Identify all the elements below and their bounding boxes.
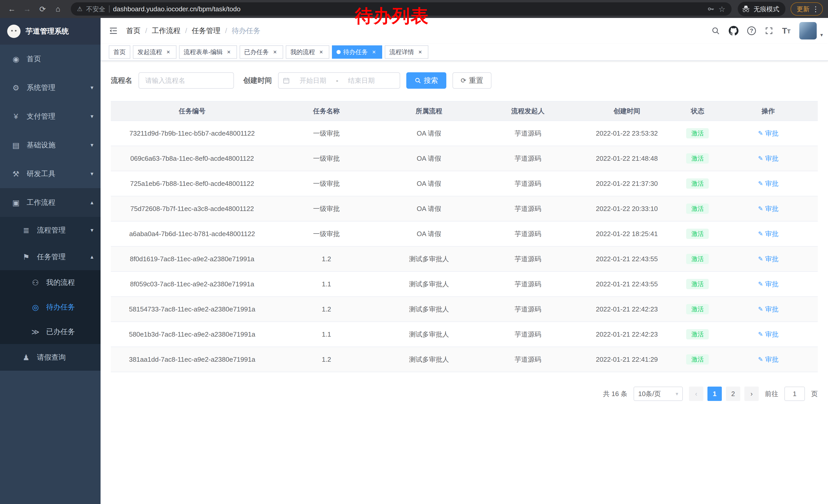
approve-link[interactable]: ✎审批	[758, 255, 779, 264]
fullscreen-icon[interactable]	[764, 27, 773, 35]
navbar-tools: ? TT ▾	[711, 22, 828, 40]
initiator-cell: 芋道源码	[479, 272, 577, 296]
created-cell: 2022-01-22 21:48:48	[577, 146, 676, 171]
next-page-button[interactable]: ›	[744, 386, 759, 401]
process-cell: 测试多审批人	[379, 246, 479, 272]
task-id-cell: 58154733-7ac8-11ec-a9e2-a2380e71991a	[111, 296, 274, 322]
process-name-input[interactable]	[138, 72, 234, 89]
key-icon[interactable]	[707, 5, 715, 13]
font-size-icon[interactable]: TT	[782, 27, 791, 35]
task-id-cell: a6aba0a4-7b6d-11ec-b781-acde48001122	[111, 221, 274, 246]
range-separator: -	[336, 77, 338, 85]
approve-link[interactable]: ✎审批	[758, 229, 779, 238]
process-cell: 测试多审批人	[379, 347, 479, 372]
sidebar-collapse-icon[interactable]	[100, 18, 126, 44]
url-text[interactable]: dashboard.yudao.iocoder.cn/bpm/task/todo	[113, 5, 241, 13]
close-icon[interactable]: ×	[165, 48, 172, 56]
sidebar-item-leave-query[interactable]: ♟ 请假查询	[0, 344, 100, 371]
font-size-small-glyph: T	[787, 28, 791, 35]
calendar-icon	[283, 77, 290, 84]
close-icon[interactable]: ×	[318, 48, 325, 56]
prev-page-button[interactable]: ‹	[689, 386, 703, 401]
task-id-cell: 73211d9d-7b9b-11ec-b5b7-acde48001122	[111, 121, 274, 146]
page-size-select[interactable]: 10条/页 ▾	[633, 386, 683, 401]
approve-link[interactable]: ✎审批	[758, 305, 779, 314]
breadcrumb-item[interactable]: 工作流程	[152, 26, 180, 36]
help-icon[interactable]: ?	[747, 27, 756, 35]
update-label: 更新	[797, 5, 810, 13]
sidebar-item-infrastructure[interactable]: ▤ 基础设施 ▾	[0, 131, 100, 159]
user-avatar[interactable]	[799, 22, 817, 40]
task-flag-icon: ⚑	[20, 253, 32, 262]
date-range-picker[interactable]: -	[278, 72, 400, 89]
top-navbar: 首页 / 工作流程 / 任务管理 / 待办任务 ?	[100, 18, 828, 44]
sidebar-item-task-management[interactable]: ⚑ 任务管理 ▴	[0, 243, 100, 270]
breadcrumb-item[interactable]: 任务管理	[192, 26, 220, 36]
update-button[interactable]: 更新 ⋮	[791, 2, 823, 16]
approve-link[interactable]: ✎审批	[758, 179, 779, 188]
security-warning-icon[interactable]: ⚠	[77, 5, 83, 12]
page-1-button[interactable]: 1	[707, 386, 722, 401]
tab-process-detail[interactable]: 流程详情 ×	[385, 45, 428, 59]
menu-dots-icon[interactable]: ⋮	[812, 5, 819, 13]
sidebar-item-home[interactable]: ◉ 首页	[0, 45, 100, 73]
close-icon[interactable]: ×	[225, 48, 233, 56]
end-date-input[interactable]	[340, 77, 383, 85]
home-icon[interactable]: ⌂	[51, 2, 65, 16]
back-icon[interactable]: ←	[5, 2, 18, 16]
security-label[interactable]: 不安全	[86, 5, 106, 13]
search-icon	[415, 77, 421, 84]
goto-page-input[interactable]	[784, 386, 805, 401]
tab-todo-tasks[interactable]: 待办任务 ×	[332, 45, 382, 59]
github-icon[interactable]	[729, 26, 739, 36]
table-row: 73211d9d-7b9b-11ec-b5b7-acde48001122 一级审…	[111, 121, 818, 146]
reload-icon[interactable]: ⟳	[36, 2, 49, 16]
tab-done-tasks[interactable]: 已办任务 ×	[240, 45, 283, 59]
reset-button[interactable]: ⟳ 重置	[452, 72, 492, 89]
close-icon[interactable]: ×	[417, 48, 424, 56]
sidebar-item-payment[interactable]: ¥ 支付管理 ▾	[0, 102, 100, 131]
sidebar-item-done-tasks[interactable]: ≫ 已办任务	[0, 319, 100, 344]
breadcrumb-separator: /	[185, 27, 187, 35]
logo-avatar	[7, 25, 20, 38]
search-button-label: 搜索	[424, 76, 438, 85]
sidebar-item-todo-tasks[interactable]: ◎ 待办任务	[0, 295, 100, 319]
col-header-task-name: 任务名称	[274, 101, 379, 121]
task-table: 任务编号 任务名称 所属流程 流程发起人 创建时间 状态 操作 73211d9d…	[111, 101, 818, 372]
approve-label: 审批	[765, 229, 779, 238]
close-icon[interactable]: ×	[370, 48, 378, 56]
tab-process-form-edit[interactable]: 流程表单-编辑 ×	[179, 45, 237, 59]
bookmark-star-icon[interactable]: ☆	[718, 5, 726, 13]
tab-my-process[interactable]: 我的流程 ×	[286, 45, 329, 59]
table-row: 725a1eb6-7b88-11ec-8ef0-acde48001122 一级审…	[111, 171, 818, 196]
col-header-process: 所属流程	[379, 101, 479, 121]
sidebar-item-system[interactable]: ⚙ 系统管理 ▾	[0, 73, 100, 102]
approve-link[interactable]: ✎审批	[758, 129, 779, 138]
approve-link[interactable]: ✎审批	[758, 355, 779, 364]
task-name-cell: 1.1	[274, 272, 379, 296]
edit-icon: ✎	[758, 205, 763, 212]
created-cell: 2022-01-22 23:53:32	[577, 121, 676, 146]
main-area: 首页 / 工作流程 / 任务管理 / 待办任务 ?	[100, 18, 828, 504]
tab-home[interactable]: 首页	[109, 45, 130, 59]
search-button[interactable]: 搜索	[406, 72, 446, 89]
breadcrumb-item[interactable]: 首页	[126, 26, 140, 36]
start-date-input[interactable]	[291, 77, 334, 85]
approve-link[interactable]: ✎审批	[758, 204, 779, 213]
close-icon[interactable]: ×	[272, 48, 279, 56]
approve-link[interactable]: ✎审批	[758, 280, 779, 289]
forward-icon[interactable]: →	[20, 2, 34, 16]
approve-link[interactable]: ✎审批	[758, 330, 779, 339]
sidebar-item-dev-tools[interactable]: ⚒ 研发工具 ▾	[0, 159, 100, 188]
page-2-button[interactable]: 2	[726, 386, 740, 401]
col-header-initiator: 流程发起人	[479, 101, 577, 121]
sidebar-item-my-process[interactable]: ⚇ 我的流程	[0, 270, 100, 295]
avatar-caret-down-icon[interactable]: ▾	[820, 32, 823, 38]
task-id-cell: 725a1eb6-7b88-11ec-8ef0-acde48001122	[111, 171, 274, 196]
tab-start-process[interactable]: 发起流程 ×	[133, 45, 176, 59]
app-logo[interactable]: 芋道管理系统	[0, 18, 100, 45]
sidebar-item-workflow[interactable]: ▣ 工作流程 ▴	[0, 188, 100, 217]
sidebar-item-process-management[interactable]: ≣ 流程管理 ▾	[0, 217, 100, 243]
approve-link[interactable]: ✎审批	[758, 154, 779, 163]
search-icon[interactable]	[711, 27, 720, 35]
